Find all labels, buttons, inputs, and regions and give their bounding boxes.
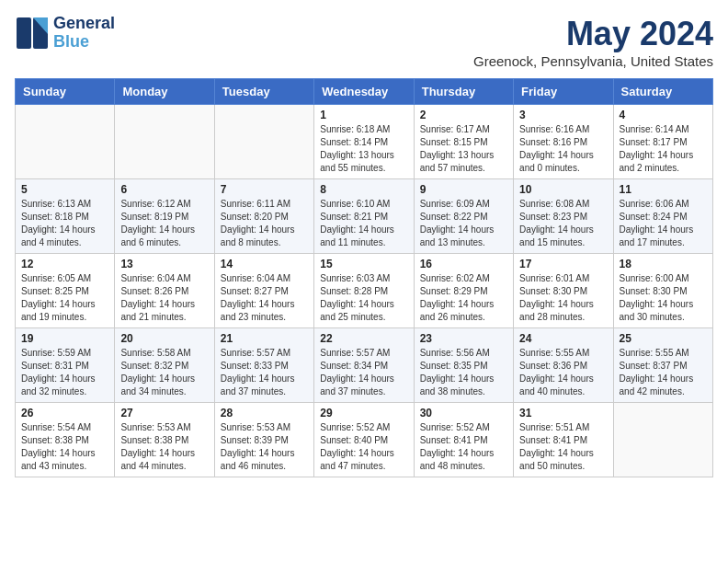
weekday-header-saturday: Saturday	[613, 79, 712, 105]
day-cell: 24Sunrise: 5:55 AM Sunset: 8:36 PM Dayli…	[514, 328, 613, 403]
day-cell: 22Sunrise: 5:57 AM Sunset: 8:34 PM Dayli…	[314, 328, 414, 403]
day-number: 16	[420, 258, 507, 270]
day-number: 14	[221, 258, 308, 270]
day-info: Sunrise: 6:10 AM Sunset: 8:21 PM Dayligh…	[320, 198, 407, 249]
day-number: 17	[519, 258, 607, 270]
day-info: Sunrise: 6:11 AM Sunset: 8:20 PM Dayligh…	[221, 198, 308, 249]
day-cell: 16Sunrise: 6:02 AM Sunset: 8:29 PM Dayli…	[414, 254, 513, 328]
day-number: 31	[519, 407, 607, 419]
day-cell	[115, 105, 214, 179]
day-number: 10	[519, 183, 607, 196]
day-cell: 19Sunrise: 5:59 AM Sunset: 8:31 PM Dayli…	[16, 328, 115, 403]
day-number: 15	[320, 258, 407, 270]
day-number: 19	[21, 332, 108, 345]
day-number: 28	[221, 407, 308, 419]
day-cell: 26Sunrise: 5:54 AM Sunset: 8:38 PM Dayli…	[16, 403, 115, 477]
day-info: Sunrise: 6:16 AM Sunset: 8:16 PM Dayligh…	[519, 123, 607, 175]
day-info: Sunrise: 6:02 AM Sunset: 8:29 PM Dayligh…	[420, 272, 507, 324]
weekday-header-tuesday: Tuesday	[214, 79, 313, 105]
day-info: Sunrise: 5:52 AM Sunset: 8:41 PM Dayligh…	[420, 421, 507, 473]
day-info: Sunrise: 6:00 AM Sunset: 8:30 PM Dayligh…	[620, 272, 707, 324]
day-cell: 9Sunrise: 6:09 AM Sunset: 8:22 PM Daylig…	[414, 179, 513, 254]
day-info: Sunrise: 5:57 AM Sunset: 8:34 PM Dayligh…	[320, 347, 407, 398]
day-number: 8	[320, 183, 407, 196]
day-number: 27	[120, 407, 208, 419]
day-cell: 25Sunrise: 5:55 AM Sunset: 8:37 PM Dayli…	[613, 328, 712, 403]
day-info: Sunrise: 5:53 AM Sunset: 8:38 PM Dayligh…	[120, 421, 208, 473]
day-cell: 4Sunrise: 6:14 AM Sunset: 8:17 PM Daylig…	[613, 105, 712, 179]
day-info: Sunrise: 6:06 AM Sunset: 8:24 PM Dayligh…	[620, 198, 707, 249]
day-cell	[16, 105, 115, 179]
day-cell: 13Sunrise: 6:04 AM Sunset: 8:26 PM Dayli…	[115, 254, 214, 328]
day-info: Sunrise: 5:54 AM Sunset: 8:38 PM Dayligh…	[21, 421, 108, 473]
day-info: Sunrise: 6:04 AM Sunset: 8:26 PM Dayligh…	[120, 272, 208, 324]
title-block: May 2024 Greenock, Pennsylvania, United …	[473, 15, 713, 69]
page-header: General Blue May 2024 Greenock, Pennsylv…	[15, 15, 713, 69]
day-number: 4	[620, 109, 707, 121]
day-info: Sunrise: 5:53 AM Sunset: 8:39 PM Dayligh…	[221, 421, 308, 473]
day-info: Sunrise: 6:17 AM Sunset: 8:15 PM Dayligh…	[420, 123, 507, 175]
logo-general: General	[53, 15, 115, 33]
day-number: 29	[320, 407, 407, 419]
day-number: 11	[620, 183, 707, 196]
day-info: Sunrise: 6:13 AM Sunset: 8:18 PM Dayligh…	[21, 198, 108, 249]
day-info: Sunrise: 5:57 AM Sunset: 8:33 PM Dayligh…	[221, 347, 308, 398]
day-cell: 14Sunrise: 6:04 AM Sunset: 8:27 PM Dayli…	[214, 254, 313, 328]
day-cell	[613, 403, 712, 477]
day-cell	[214, 105, 313, 179]
main-title: May 2024	[473, 15, 713, 53]
day-number: 23	[420, 332, 507, 345]
day-info: Sunrise: 6:09 AM Sunset: 8:22 PM Dayligh…	[420, 198, 507, 249]
day-cell: 27Sunrise: 5:53 AM Sunset: 8:38 PM Dayli…	[115, 403, 214, 477]
day-cell: 10Sunrise: 6:08 AM Sunset: 8:23 PM Dayli…	[514, 179, 613, 254]
day-number: 22	[320, 332, 407, 345]
day-number: 25	[620, 332, 707, 345]
day-cell: 3Sunrise: 6:16 AM Sunset: 8:16 PM Daylig…	[514, 105, 613, 179]
day-cell: 21Sunrise: 5:57 AM Sunset: 8:33 PM Dayli…	[214, 328, 313, 403]
logo-icon	[15, 16, 50, 51]
day-info: Sunrise: 5:59 AM Sunset: 8:31 PM Dayligh…	[21, 347, 108, 398]
day-number: 2	[420, 109, 507, 121]
day-cell: 29Sunrise: 5:52 AM Sunset: 8:40 PM Dayli…	[314, 403, 414, 477]
day-info: Sunrise: 6:05 AM Sunset: 8:25 PM Dayligh…	[21, 272, 108, 324]
week-row-2: 5Sunrise: 6:13 AM Sunset: 8:18 PM Daylig…	[16, 179, 713, 254]
day-info: Sunrise: 6:18 AM Sunset: 8:14 PM Dayligh…	[320, 123, 407, 175]
day-cell: 1Sunrise: 6:18 AM Sunset: 8:14 PM Daylig…	[314, 105, 414, 179]
day-info: Sunrise: 5:52 AM Sunset: 8:40 PM Dayligh…	[320, 421, 407, 473]
day-cell: 18Sunrise: 6:00 AM Sunset: 8:30 PM Dayli…	[613, 254, 712, 328]
day-cell: 8Sunrise: 6:10 AM Sunset: 8:21 PM Daylig…	[314, 179, 414, 254]
day-cell: 5Sunrise: 6:13 AM Sunset: 8:18 PM Daylig…	[16, 179, 115, 254]
day-number: 9	[420, 183, 507, 196]
day-cell: 28Sunrise: 5:53 AM Sunset: 8:39 PM Dayli…	[214, 403, 313, 477]
weekday-header-monday: Monday	[115, 79, 214, 105]
day-info: Sunrise: 5:51 AM Sunset: 8:41 PM Dayligh…	[519, 421, 607, 473]
day-cell: 12Sunrise: 6:05 AM Sunset: 8:25 PM Dayli…	[16, 254, 115, 328]
logo: General Blue	[15, 15, 115, 52]
svg-rect-1	[17, 17, 31, 49]
day-cell: 23Sunrise: 5:56 AM Sunset: 8:35 PM Dayli…	[414, 328, 513, 403]
day-cell: 11Sunrise: 6:06 AM Sunset: 8:24 PM Dayli…	[613, 179, 712, 254]
day-info: Sunrise: 5:55 AM Sunset: 8:37 PM Dayligh…	[620, 347, 707, 398]
day-number: 26	[21, 407, 108, 419]
day-number: 6	[120, 183, 208, 196]
logo-blue: Blue	[53, 33, 115, 52]
day-info: Sunrise: 6:03 AM Sunset: 8:28 PM Dayligh…	[320, 272, 407, 324]
week-row-4: 19Sunrise: 5:59 AM Sunset: 8:31 PM Dayli…	[16, 328, 713, 403]
day-cell: 6Sunrise: 6:12 AM Sunset: 8:19 PM Daylig…	[115, 179, 214, 254]
day-cell: 30Sunrise: 5:52 AM Sunset: 8:41 PM Dayli…	[414, 403, 513, 477]
day-number: 7	[221, 183, 308, 196]
day-info: Sunrise: 6:08 AM Sunset: 8:23 PM Dayligh…	[519, 198, 607, 249]
day-number: 1	[320, 109, 407, 121]
day-info: Sunrise: 6:12 AM Sunset: 8:19 PM Dayligh…	[120, 198, 208, 249]
day-info: Sunrise: 6:01 AM Sunset: 8:30 PM Dayligh…	[519, 272, 607, 324]
day-number: 13	[120, 258, 208, 270]
day-number: 3	[519, 109, 607, 121]
week-row-1: 1Sunrise: 6:18 AM Sunset: 8:14 PM Daylig…	[16, 105, 713, 179]
day-number: 18	[620, 258, 707, 270]
day-number: 12	[21, 258, 108, 270]
day-cell: 20Sunrise: 5:58 AM Sunset: 8:32 PM Dayli…	[115, 328, 214, 403]
day-number: 24	[519, 332, 607, 345]
week-row-3: 12Sunrise: 6:05 AM Sunset: 8:25 PM Dayli…	[16, 254, 713, 328]
day-cell: 15Sunrise: 6:03 AM Sunset: 8:28 PM Dayli…	[314, 254, 414, 328]
day-info: Sunrise: 5:58 AM Sunset: 8:32 PM Dayligh…	[120, 347, 208, 398]
